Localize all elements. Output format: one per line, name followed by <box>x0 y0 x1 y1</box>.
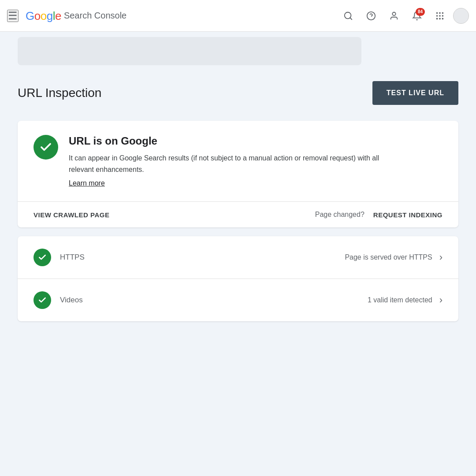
request-indexing-link[interactable]: REQUEST INDEXING <box>373 211 443 219</box>
status-card: URL is on Google It can appear in Google… <box>18 121 458 227</box>
svg-point-4 <box>392 12 395 15</box>
banner-area <box>0 32 476 71</box>
user-avatar[interactable] <box>453 8 469 24</box>
main-content: URL Inspection TEST LIVE URL URL is on G… <box>0 71 476 348</box>
notification-badge: 84 <box>416 8 425 16</box>
google-g: G <box>26 9 34 22</box>
actions-row: VIEW CRAWLED PAGE Page changed? REQUEST … <box>18 201 458 227</box>
page-title: URL Inspection <box>18 86 101 100</box>
svg-point-13 <box>442 18 444 19</box>
svg-point-9 <box>439 15 441 17</box>
top-navigation: ☰ Google Search Console <box>0 0 476 32</box>
apps-icon <box>435 11 445 21</box>
search-button[interactable] <box>338 6 358 26</box>
account-settings-icon <box>389 11 399 21</box>
svg-point-6 <box>439 12 441 14</box>
https-row[interactable]: HTTPS Page is served over HTTPS › <box>18 236 458 279</box>
google-o2: o <box>41 9 47 22</box>
svg-point-8 <box>436 15 438 17</box>
logo-area: Google Search Console <box>26 10 126 22</box>
help-button[interactable] <box>361 6 381 26</box>
status-section: URL is on Google It can appear in Google… <box>18 121 458 201</box>
svg-point-11 <box>436 18 438 19</box>
videos-check-icon <box>33 291 51 309</box>
help-icon <box>366 11 376 21</box>
test-live-url-button[interactable]: TEST LIVE URL <box>372 81 458 105</box>
https-label: HTTPS <box>60 253 130 262</box>
videos-checkmark-svg <box>38 296 47 305</box>
videos-row[interactable]: Videos 1 valid item detected › <box>18 279 458 321</box>
search-icon <box>343 11 353 21</box>
svg-point-7 <box>442 12 444 14</box>
https-chevron-icon: › <box>439 252 443 263</box>
svg-point-10 <box>442 15 444 17</box>
videos-label: Videos <box>60 296 130 305</box>
topnav-icons-group: 84 <box>338 6 469 26</box>
notifications-button[interactable]: 84 <box>407 6 427 26</box>
page-header: URL Inspection TEST LIVE URL <box>18 78 458 108</box>
svg-point-5 <box>436 12 438 14</box>
product-name-label: Search Console <box>64 11 126 21</box>
https-check-icon <box>33 249 51 266</box>
https-checkmark-svg <box>38 253 47 262</box>
apps-button[interactable] <box>430 6 450 26</box>
info-rows-card: HTTPS Page is served over HTTPS › Videos… <box>18 236 458 321</box>
videos-description: 1 valid item detected <box>368 296 432 304</box>
account-settings-button[interactable] <box>384 6 404 26</box>
success-check-icon <box>33 135 58 160</box>
https-description: Page is served over HTTPS <box>345 253 432 261</box>
status-description: It can appear in Google Search results (… <box>69 152 386 175</box>
status-title: URL is on Google <box>69 135 386 147</box>
page-changed-label: Page changed? <box>315 211 364 219</box>
status-text-area: URL is on Google It can appear in Google… <box>69 135 386 187</box>
svg-point-12 <box>439 18 441 19</box>
google-g2: g <box>47 9 53 22</box>
google-e: e <box>55 9 61 22</box>
hamburger-menu-icon[interactable]: ☰ <box>7 10 19 22</box>
view-crawled-page-link[interactable]: VIEW CRAWLED PAGE <box>33 211 109 219</box>
google-o1: o <box>34 9 41 22</box>
checkmark-svg <box>39 141 52 154</box>
learn-more-link[interactable]: Learn more <box>69 179 105 187</box>
url-input-bar[interactable] <box>18 37 361 65</box>
svg-line-1 <box>350 18 352 19</box>
videos-chevron-icon: › <box>439 294 443 306</box>
google-logo: Google <box>26 10 61 22</box>
